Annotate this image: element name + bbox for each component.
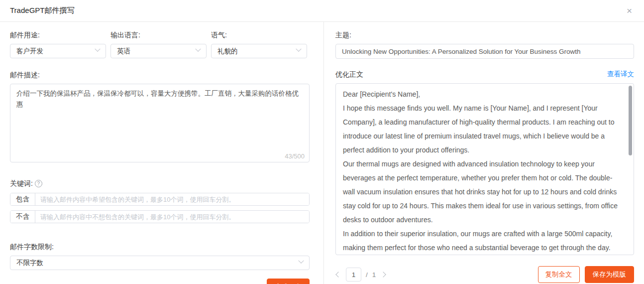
page-title: TradeGPT邮件撰写 <box>10 6 74 15</box>
description-wrap: 介绍一下我的保温杯产品，保温保冷都可以，容量大方便携带。工厂直销，大量采购的话价… <box>10 84 310 164</box>
body-label: 优化正文 <box>335 69 363 79</box>
close-icon[interactable]: × <box>625 5 634 16</box>
result-panel: 主题: 优化正文 查看译文 Dear [Recipient's Name], I… <box>335 22 634 283</box>
tone-field: 语气: 礼貌的 <box>211 30 307 58</box>
chevron-down-icon <box>195 46 201 52</box>
email-body-box[interactable]: Dear [Recipient's Name], I hope this mes… <box>335 83 634 255</box>
char-counter: 43/500 <box>285 152 305 160</box>
chevron-down-icon <box>296 46 301 52</box>
view-translation-link[interactable]: 查看译文 <box>607 70 634 79</box>
subject-input[interactable] <box>335 44 634 59</box>
keywords-label: 关键词: <box>10 178 33 188</box>
scrollbar-thumb[interactable] <box>629 86 632 155</box>
select-row: 邮件用途: 客户开发 输出语言: 英语 语气: 礼貌的 <box>10 30 310 58</box>
word-limit-label: 邮件字数限制: <box>10 242 310 252</box>
description-label: 邮件描述: <box>10 70 310 80</box>
tone-value: 礼貌的 <box>217 47 238 56</box>
keywords-label-row: 关键词: ? <box>10 178 310 188</box>
language-label: 输出语言: <box>110 30 207 40</box>
description-textarea[interactable]: 介绍一下我的保温杯产品，保温保冷都可以，容量大方便携带。工厂直销，大量采购的话价… <box>10 84 310 162</box>
language-value: 英语 <box>117 47 130 56</box>
copy-full-text-button[interactable]: 复制全文 <box>538 266 580 283</box>
tone-label: 语气: <box>211 30 307 40</box>
body-header: 优化正文 查看译文 <box>335 69 634 79</box>
tone-select[interactable]: 礼貌的 <box>211 44 307 58</box>
left-footer: 生成更多 <box>10 279 310 284</box>
compose-settings-panel: 邮件用途: 客户开发 输出语言: 英语 语气: 礼貌的 邮件描述: 介绍一下我的… <box>10 22 310 284</box>
page-separator: / <box>366 271 368 279</box>
purpose-select[interactable]: 客户开发 <box>10 44 106 58</box>
page-number-input[interactable] <box>346 268 361 282</box>
subject-label: 主题: <box>335 30 634 40</box>
help-icon[interactable]: ? <box>35 180 42 187</box>
purpose-value: 客户开发 <box>16 47 43 56</box>
pagination: / 1 <box>335 268 386 282</box>
modal-header: TradeGPT邮件撰写 × <box>0 0 644 22</box>
prev-page-button[interactable] <box>335 273 341 277</box>
right-footer: / 1 复制全文 保存为模版 <box>335 266 634 283</box>
generate-more-button[interactable]: 生成更多 <box>267 279 310 284</box>
word-limit-select[interactable]: 不限字数 <box>10 256 310 270</box>
chevron-left-icon <box>335 272 341 277</box>
chevron-down-icon <box>95 46 100 52</box>
word-limit-value: 不限字数 <box>16 259 43 268</box>
purpose-field: 邮件用途: 客户开发 <box>10 30 106 58</box>
next-page-button[interactable] <box>380 273 386 277</box>
purpose-label: 邮件用途: <box>10 30 106 40</box>
exclude-tag: 不含 <box>10 211 35 223</box>
chevron-right-icon <box>381 272 386 277</box>
keywords-include-group: 包含 <box>10 193 310 206</box>
language-select[interactable]: 英语 <box>110 44 207 58</box>
include-tag: 包含 <box>10 193 35 205</box>
include-keywords-input[interactable] <box>35 193 309 205</box>
keywords-exclude-group: 不含 <box>10 210 310 223</box>
language-field: 输出语言: 英语 <box>110 30 207 58</box>
panel-divider <box>323 22 324 284</box>
page-total: 1 <box>372 271 376 279</box>
email-body-text: Dear [Recipient's Name], I hope this mes… <box>343 87 621 255</box>
exclude-keywords-input[interactable] <box>35 211 309 223</box>
save-as-template-button[interactable]: 保存为模版 <box>585 266 635 283</box>
chevron-down-icon <box>298 258 304 264</box>
action-buttons: 复制全文 保存为模版 <box>538 266 635 283</box>
